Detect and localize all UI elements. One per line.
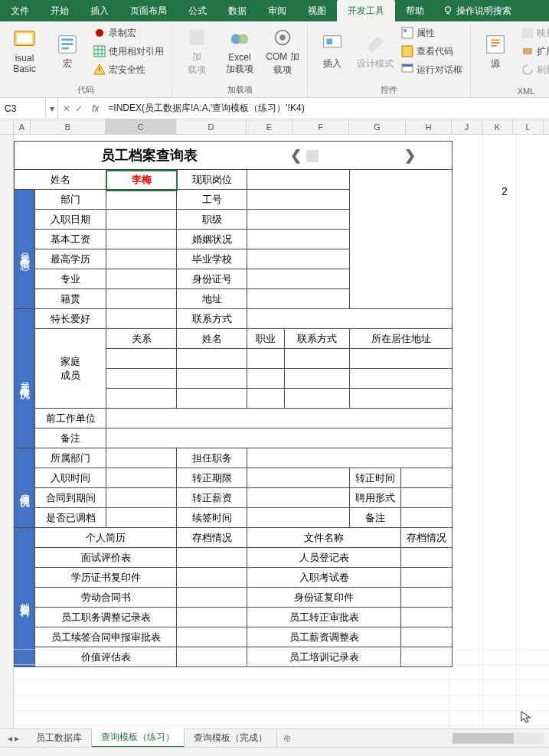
fx-icon[interactable]: fx [87,103,103,114]
tab-file[interactable]: 文件 [0,0,40,21]
col-b[interactable]: B [31,119,106,134]
cell[interactable] [284,389,349,409]
cell[interactable]: 特长爱好 [35,309,106,329]
cell[interactable] [247,289,453,309]
cell[interactable]: 员工职务调整记录表 [35,608,177,627]
cell[interactable]: 前工作单位 [35,409,106,429]
cell[interactable] [247,369,285,389]
cell[interactable]: 存档情况 [177,528,247,548]
cell[interactable] [247,448,453,468]
cell[interactable]: 存档情况 [401,528,453,548]
run-dialog-button[interactable]: 运行对话框 [398,61,466,78]
hscroll[interactable] [297,733,549,744]
tab-layout[interactable]: 页面布局 [119,0,178,21]
cell[interactable]: 入职时间 [35,468,106,488]
cell[interactable] [106,210,177,230]
cell[interactable] [247,190,350,210]
sheet-tab-0[interactable]: 员工数据库 [27,729,92,747]
tab-review[interactable]: 审阅 [257,0,297,21]
view-code-button[interactable]: 查看代码 [398,43,466,60]
cancel-formula-icon[interactable]: ✕ [63,103,70,114]
tab-insert[interactable]: 插入 [80,0,119,21]
sheet-tab-2[interactable]: 查询模板（完成） [185,729,277,747]
cell[interactable] [350,389,453,409]
tab-home[interactable]: 开始 [40,0,80,21]
cell[interactable]: 续签时间 [177,508,247,528]
cell[interactable] [247,269,350,289]
next-record-button[interactable]: ❯ [403,148,417,162]
sheet-tab-1[interactable]: 查询模板（练习） [92,728,185,748]
cell[interactable] [106,349,177,369]
cell[interactable]: 基本工资 [35,230,106,249]
tab-view[interactable]: 视图 [297,0,337,21]
cell[interactable]: 员工转正审批表 [247,608,401,627]
col-k[interactable]: K [482,119,513,134]
cell[interactable]: 转正时间 [350,468,401,488]
cell[interactable] [177,568,247,588]
refresh-data-button[interactable]: 刷新数据 [518,61,549,78]
col-h[interactable]: H [406,119,452,134]
tell-me-search[interactable]: 操作说明搜索 [435,5,511,18]
col-f[interactable]: F [292,119,349,134]
cell[interactable] [106,190,177,210]
tab-help[interactable]: 帮助 [395,0,435,21]
cell[interactable]: 职业 [247,329,285,349]
record-macro-button[interactable]: 录制宏 [90,24,167,41]
cell[interactable] [247,249,350,269]
cell[interactable] [106,409,453,429]
cell[interactable]: 姓名 [177,329,247,349]
cell[interactable]: 毕业学校 [177,249,247,269]
cell[interactable]: 地址 [177,289,247,309]
cell[interactable]: 专业 [35,269,106,289]
cell[interactable] [284,369,349,389]
cell[interactable]: 劳动合同书 [35,588,177,608]
cell[interactable] [401,508,453,528]
cell[interactable] [106,429,453,448]
cell[interactable]: 员工续签合同申报审批表 [35,627,177,647]
col-e[interactable]: E [247,119,292,134]
cell[interactable]: 个人简历 [35,528,177,548]
cell[interactable] [401,627,453,647]
cell[interactable] [106,249,177,269]
cell[interactable] [350,369,453,389]
cell[interactable] [247,309,453,329]
map-props-button[interactable]: 映射属性 [518,24,549,41]
cell[interactable] [247,230,350,249]
cell[interactable]: 家庭 成员 [35,329,106,409]
cell[interactable] [177,608,247,627]
cur-pos-value[interactable] [247,170,350,190]
cell[interactable] [401,548,453,568]
cell[interactable]: 人员登记表 [247,548,401,568]
cell[interactable]: 面试评价表 [35,548,177,568]
cell[interactable] [106,468,177,488]
cell[interactable] [106,369,177,389]
cell[interactable] [247,508,350,528]
confirm-formula-icon[interactable]: ✓ [75,103,83,114]
insert-control-button[interactable]: 插入 [312,24,352,78]
cell[interactable]: 备注 [350,508,401,528]
cell[interactable]: 入职日期 [35,210,106,230]
cell[interactable]: 转正期限 [177,468,247,488]
excel-addins-button[interactable]: Excel 加载项 [220,24,260,78]
relative-ref-button[interactable]: 使用相对引用 [90,43,167,60]
cell[interactable]: 学历证书复印件 [35,568,177,588]
cell[interactable] [247,468,350,488]
visual-basic-button[interactable]: isual Basic [5,24,44,78]
cell[interactable]: 工号 [177,190,247,210]
k2-value[interactable]: 2 [502,185,508,197]
cell[interactable]: 身份证号 [177,269,247,289]
cell[interactable]: 聘用形式 [350,488,401,508]
cell[interactable] [106,448,177,468]
col-l[interactable]: L [513,119,544,134]
cell[interactable]: 所在居住地址 [350,329,453,349]
cell[interactable] [106,230,177,249]
cell[interactable]: 备注 [35,429,106,448]
cell[interactable]: 最高学历 [35,249,106,269]
xml-source-button[interactable]: 源 [475,24,515,78]
cell[interactable] [106,309,177,329]
cell[interactable]: 是否已调档 [35,508,106,528]
cell[interactable] [177,548,247,568]
cell[interactable] [177,369,247,389]
cell[interactable]: 关系 [106,329,177,349]
properties-button[interactable]: 属性 [398,24,466,41]
